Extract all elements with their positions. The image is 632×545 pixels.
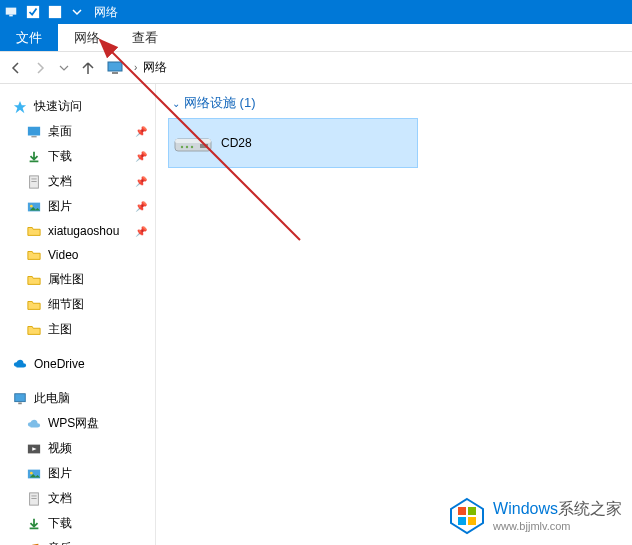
navpane-item-xiatugaoshou[interactable]: xiatugaoshou 📌 [0, 219, 155, 243]
main-area: 快速访问 桌面 📌 下载 📌 文档 📌 图片 📌 [0, 84, 632, 545]
svg-rect-10 [31, 178, 36, 179]
svg-rect-15 [18, 402, 22, 404]
navpane-item-label: 细节图 [48, 296, 84, 313]
forward-button[interactable] [28, 56, 52, 80]
navpane-item-downloads[interactable]: 下载 📌 [0, 144, 155, 169]
windows-logo-icon [447, 495, 487, 535]
svg-point-18 [30, 471, 33, 474]
picture-icon [26, 466, 42, 482]
folder-icon [26, 322, 42, 338]
dropdown-icon[interactable] [68, 3, 86, 21]
breadcrumb[interactable]: › 网络 [106, 59, 167, 77]
navpane-item-documents2[interactable]: 文档 [0, 486, 155, 511]
monitor-icon [106, 59, 124, 77]
checkbox-icon[interactable] [24, 3, 42, 21]
svg-rect-32 [468, 507, 476, 515]
navpane-item-wps[interactable]: WPS网盘 [0, 411, 155, 436]
group-header-network-infra[interactable]: ⌄ 网络设施 (1) [168, 92, 620, 118]
video-icon [26, 441, 42, 457]
document-icon [26, 174, 42, 190]
navpane-item-label: 下载 [48, 515, 72, 532]
watermark-brand-a: Windows [493, 500, 558, 517]
navpane-item-desktop[interactable]: 桌面 📌 [0, 119, 155, 144]
svg-rect-24 [175, 139, 211, 143]
navpane-item-label: 文档 [48, 490, 72, 507]
watermark-brand: Windows系统之家 [493, 499, 622, 520]
watermark-brand-b: 系统之家 [558, 500, 622, 517]
group-header-label: 网络设施 (1) [184, 94, 256, 112]
navpane-item-videos[interactable]: 视频 [0, 436, 155, 461]
folder-icon [26, 247, 42, 263]
onedrive-group: OneDrive [0, 352, 155, 376]
window-title: 网络 [88, 4, 118, 21]
navpane-item-label: xiatugaoshou [48, 224, 119, 238]
tab-network[interactable]: 网络 [58, 24, 116, 51]
svg-rect-5 [112, 72, 118, 74]
chevron-right-icon: › [134, 62, 137, 73]
quick-access-group: 快速访问 桌面 📌 下载 📌 文档 📌 图片 📌 [0, 94, 155, 342]
download-icon [26, 516, 42, 532]
navpane-item-label: Video [48, 248, 78, 262]
svg-rect-31 [458, 507, 466, 515]
navpane-item-label: 视频 [48, 440, 72, 457]
picture-icon [26, 199, 42, 215]
navpane-item-zhutu[interactable]: 主图 [0, 317, 155, 342]
svg-rect-20 [31, 495, 36, 496]
navpane-item-video[interactable]: Video [0, 243, 155, 267]
tab-file[interactable]: 文件 [0, 24, 58, 51]
network-icon[interactable] [2, 3, 20, 21]
svg-rect-33 [458, 517, 466, 525]
navpane-item-pictures[interactable]: 图片 📌 [0, 194, 155, 219]
svg-rect-4 [108, 62, 122, 71]
svg-point-27 [191, 146, 193, 148]
svg-point-13 [30, 204, 33, 207]
navpane-item-label: 属性图 [48, 271, 84, 288]
svg-rect-1 [9, 15, 13, 17]
cloud-icon [12, 356, 28, 372]
back-button[interactable] [4, 56, 28, 80]
svg-rect-8 [30, 160, 39, 162]
pin-icon: 📌 [135, 201, 151, 212]
recent-dropdown[interactable] [52, 56, 76, 80]
navpane-item-downloads2[interactable]: 下载 [0, 511, 155, 536]
thispc-label: 此电脑 [34, 390, 70, 407]
svg-rect-22 [30, 527, 39, 529]
svg-rect-34 [468, 517, 476, 525]
content-area: ⌄ 网络设施 (1) CD28 [156, 84, 632, 545]
svg-rect-6 [28, 126, 40, 135]
navpane-item-label: 图片 [48, 465, 72, 482]
navpane-item-label: 图片 [48, 198, 72, 215]
navpane-item-label: 主图 [48, 321, 72, 338]
watermark: Windows系统之家 www.bjjmlv.com [447, 495, 622, 535]
router-icon [169, 119, 217, 167]
ribbon-tabs: 文件 网络 查看 [0, 24, 632, 52]
navpane-item-documents[interactable]: 文档 📌 [0, 169, 155, 194]
onedrive-header[interactable]: OneDrive [0, 352, 155, 376]
tab-view[interactable]: 查看 [116, 24, 174, 51]
folder-icon [26, 297, 42, 313]
navigation-pane: 快速访问 桌面 📌 下载 📌 文档 📌 图片 📌 [0, 84, 156, 545]
navpane-item-xijietu[interactable]: 细节图 [0, 292, 155, 317]
watermark-text-block: Windows系统之家 www.bjjmlv.com [493, 499, 622, 532]
blank-box-icon[interactable] [46, 3, 64, 21]
up-button[interactable] [76, 56, 100, 80]
onedrive-label: OneDrive [34, 357, 85, 371]
svg-rect-21 [31, 498, 36, 499]
titlebar: 网络 [0, 0, 632, 24]
device-label: CD28 [217, 136, 252, 150]
pin-icon: 📌 [135, 151, 151, 162]
device-item[interactable]: CD28 [168, 118, 418, 168]
breadcrumb-location[interactable]: 网络 [143, 59, 167, 76]
navpane-item-label: 音乐 [48, 540, 72, 545]
thispc-header[interactable]: 此电脑 [0, 386, 155, 411]
navpane-item-music[interactable]: 音乐 [0, 536, 155, 545]
watermark-url: www.bjjmlv.com [493, 520, 622, 532]
quick-access-header[interactable]: 快速访问 [0, 94, 155, 119]
svg-rect-3 [49, 6, 61, 18]
navpane-item-pictures2[interactable]: 图片 [0, 461, 155, 486]
navpane-item-shuxingtu[interactable]: 属性图 [0, 267, 155, 292]
navbar: › 网络 [0, 52, 632, 84]
music-icon [26, 541, 42, 546]
svg-rect-14 [15, 393, 26, 401]
svg-rect-11 [31, 181, 36, 182]
